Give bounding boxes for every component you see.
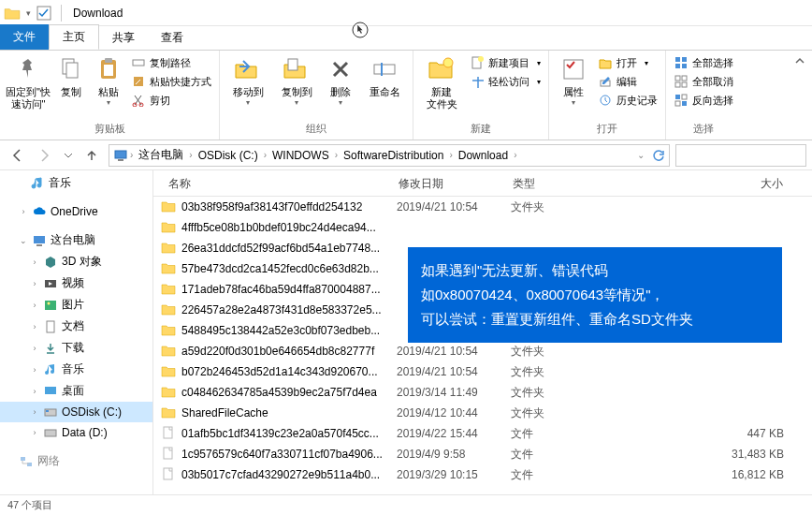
bc-download[interactable]: Download xyxy=(455,149,512,162)
col-size[interactable]: 大小 xyxy=(597,170,812,196)
nav-videos[interactable]: ›视频 xyxy=(0,272,152,294)
svg-rect-33 xyxy=(34,236,45,243)
newfolder-icon xyxy=(427,54,457,84)
edit-button[interactable]: 编辑 xyxy=(596,73,660,90)
paste-button[interactable]: 粘贴 ▾ xyxy=(92,52,125,107)
group-select: 全部选择 全部取消 反向选择 选择 xyxy=(666,51,741,140)
ribbon-collapse-icon[interactable] xyxy=(793,54,806,67)
pc-icon xyxy=(113,149,128,162)
moveto-button[interactable]: 移动到▾ xyxy=(225,52,270,107)
file-row[interactable]: 4fffb5ce08b1b0bdef019bc24d4eca94... xyxy=(153,217,812,238)
file-row[interactable]: 03b5017c7cfad43290272e9b511a4b0...2019/3… xyxy=(153,464,812,485)
forward-button[interactable] xyxy=(34,144,56,167)
search-input[interactable]: 搜索"Download" xyxy=(675,144,806,167)
delete-button[interactable]: 删除▾ xyxy=(323,52,358,107)
tab-share[interactable]: 共享 xyxy=(99,26,148,50)
file-row[interactable]: 1c9576579c640f7a330711cf07ba4906...2019/… xyxy=(153,444,812,464)
copyto-button[interactable]: 复制到▾ xyxy=(274,52,319,107)
file-name: 26ea31ddcfd52f99acf6bd54a1eb7748... xyxy=(181,242,397,255)
tab-home[interactable]: 主页 xyxy=(49,24,99,50)
svg-rect-41 xyxy=(46,410,49,412)
nav-onedrive[interactable]: ›OneDrive xyxy=(0,201,152,222)
pin-button[interactable]: 固定到"快 速访问" xyxy=(6,52,51,110)
col-date[interactable]: 修改日期 xyxy=(391,170,505,196)
nav-documents[interactable]: ›文档 xyxy=(0,316,152,337)
file-name: 03b5017c7cfad43290272e9b511a4b0... xyxy=(181,468,397,481)
tab-file[interactable]: 文件 xyxy=(0,24,49,50)
nav-downloads[interactable]: ›下载 xyxy=(0,337,152,359)
qat-checkbox-icon[interactable] xyxy=(36,6,51,21)
copypath-button[interactable]: 复制路径 xyxy=(129,54,213,71)
qat-dropdown-icon[interactable]: ▾ xyxy=(26,8,31,18)
nav-music[interactable]: 音乐 xyxy=(0,172,152,194)
col-name[interactable]: 名称 xyxy=(153,170,391,196)
copy-button[interactable]: 复制 xyxy=(54,52,88,98)
bc-thispc[interactable]: 这台电脑 xyxy=(135,147,187,163)
newitem-button[interactable]: 新建项目▾ xyxy=(468,54,543,71)
breadcrumb[interactable]: › 这台电脑› OSDisk (C:)› WINDOWS› SoftwareDi… xyxy=(109,144,670,167)
nav-datad[interactable]: ›Data (D:) xyxy=(0,422,152,443)
bc-osdisk[interactable]: OSDisk (C:) xyxy=(195,149,262,162)
bc-sd[interactable]: SoftwareDistribution xyxy=(340,149,447,162)
file-row[interactable]: c048462634785a4539b9ec2a75f7d4ea2019/3/1… xyxy=(153,382,812,403)
easyaccess-button[interactable]: 轻松访问▾ xyxy=(468,73,543,90)
nav-thispc[interactable]: ⌄这台电脑 xyxy=(0,229,152,251)
file-type: 文件夹 xyxy=(511,385,602,401)
folder-icon xyxy=(161,199,176,214)
file-row[interactable]: 01afb5bc1df34139c23e2a0a570f45cc...2019/… xyxy=(153,423,812,444)
file-date: 2019/4/21 10:54 xyxy=(397,200,511,213)
recent-dropdown[interactable] xyxy=(62,144,75,167)
open-button[interactable]: 打开▾ xyxy=(596,54,660,71)
file-date: 2019/3/29 10:15 xyxy=(397,468,511,481)
rename-button[interactable]: 重命名 xyxy=(362,52,407,98)
nav-network[interactable]: 网络 xyxy=(0,450,152,472)
back-button[interactable] xyxy=(6,144,28,167)
file-row[interactable]: SharedFileCache2019/4/12 10:44文件夹 xyxy=(153,403,812,423)
folder-icon xyxy=(161,364,176,379)
shortcut-icon xyxy=(131,74,146,89)
nav-3dobjects[interactable]: ›3D 对象 xyxy=(0,251,152,272)
file-icon xyxy=(161,467,176,482)
file-row[interactable]: b072b246453d52d1a14c343d920670...2019/4/… xyxy=(153,361,812,382)
breadcrumb-dropdown[interactable]: ⌄ xyxy=(637,150,645,160)
newfolder-button[interactable]: 新建 文件夹 xyxy=(419,52,464,110)
col-type[interactable]: 类型 xyxy=(505,170,597,196)
title-bar: ▾ Download xyxy=(0,0,812,26)
properties-button[interactable]: 属性▾ xyxy=(555,52,592,107)
ribbon: 固定到"快 速访问" 复制 粘贴 ▾ 复制路径 粘贴快捷方式 剪切 剪贴板 移动… xyxy=(0,51,812,140)
bc-windows[interactable]: WINDOWS xyxy=(268,149,333,162)
open-icon xyxy=(598,55,613,70)
desktop-icon xyxy=(43,384,58,399)
nav-pane[interactable]: 音乐 ›OneDrive ⌄这台电脑 ›3D 对象 ›视频 ›图片 ›文档 ›下… xyxy=(0,170,153,494)
cut-button[interactable]: 剪切 xyxy=(129,92,213,109)
up-button[interactable] xyxy=(80,144,103,167)
file-date: 2019/4/12 10:44 xyxy=(397,406,511,419)
cloud-icon xyxy=(32,204,47,219)
nav-pictures[interactable]: ›图片 xyxy=(0,294,152,316)
file-size: 31,483 KB xyxy=(602,448,812,461)
file-list[interactable]: 03b38f958f9af38143f70effdd2541322019/4/2… xyxy=(153,197,812,494)
svg-rect-28 xyxy=(682,95,687,99)
nav-music2[interactable]: ›音乐 xyxy=(0,359,152,380)
music-icon xyxy=(30,176,45,191)
svg-rect-39 xyxy=(45,387,56,394)
svg-rect-42 xyxy=(45,430,56,436)
file-type: 文件夹 xyxy=(511,405,602,421)
folder-icon xyxy=(161,344,176,359)
nav-desktop[interactable]: ›桌面 xyxy=(0,380,152,402)
pasteshortcut-button[interactable]: 粘贴快捷方式 xyxy=(129,73,213,90)
tab-view[interactable]: 查看 xyxy=(148,26,196,50)
svg-rect-4 xyxy=(105,58,112,63)
refresh-button[interactable] xyxy=(652,149,665,162)
nav-osdisk[interactable]: ›OSDisk (C:) xyxy=(0,402,152,422)
file-row[interactable]: a59d220f0d301b0e646654db8c82777f2019/4/2… xyxy=(153,341,812,361)
newitem-icon xyxy=(470,55,485,70)
file-row[interactable]: 03b38f958f9af38143f70effdd2541322019/4/2… xyxy=(153,197,812,217)
file-name: 03b38f958f9af38143f70effdd254132 xyxy=(181,200,397,213)
selectnone-button[interactable]: 全部取消 xyxy=(672,73,735,90)
history-button[interactable]: 历史记录 xyxy=(596,92,660,109)
invert-button[interactable]: 反向选择 xyxy=(672,92,735,109)
selectall-button[interactable]: 全部选择 xyxy=(672,54,735,71)
file-date: 2019/4/21 10:54 xyxy=(397,345,511,358)
group-new: 新建 文件夹 新建项目▾ 轻松访问▾ 新建 xyxy=(413,51,549,140)
